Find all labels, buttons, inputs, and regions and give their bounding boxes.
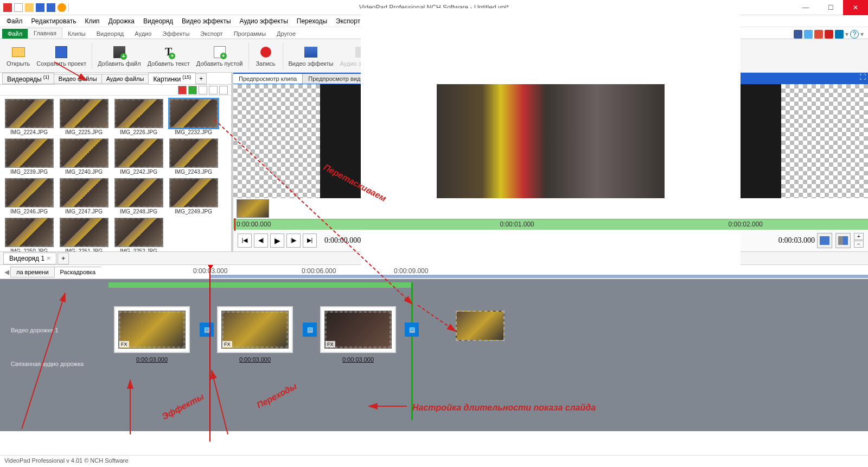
qat-new-icon[interactable] — [14, 3, 23, 12]
thumbnail-item[interactable]: IMG_2242.JPG — [113, 138, 164, 175]
menu-afx[interactable]: Аудио эффекты — [235, 16, 292, 26]
bin-tab-pictures[interactable]: Картинки (15) — [148, 73, 196, 85]
facebook-icon[interactable] — [794, 30, 802, 39]
thumbnail-grid[interactable]: IMG_2224.JPG IMG_2225.JPG IMG_2226.JPG I… — [0, 96, 231, 251]
qat-save2-icon[interactable] — [47, 3, 55, 12]
clip-duration[interactable]: 0:00:03.000 — [136, 356, 168, 363]
undo-button[interactable]: ↶Отменить — [456, 44, 490, 68]
menu-export[interactable]: Экспорт — [331, 16, 365, 26]
clip-timecode-bar[interactable]: 0:00:00.000 0:00:01.000 0:00:02.000 — [233, 219, 868, 229]
fx-badge[interactable]: FX — [326, 341, 335, 348]
preview-button[interactable]: Просмотр — [564, 44, 598, 68]
thumbnail-item[interactable]: IMG_2250.JPG — [3, 218, 55, 251]
transition-button[interactable]: ▤ — [405, 323, 419, 337]
bin-tab-sequences[interactable]: Видеоряды (1) — [2, 73, 54, 85]
menu-edit[interactable]: Редактировать — [27, 16, 81, 26]
thumbnail-item[interactable]: IMG_2247.JPG — [58, 178, 110, 214]
thumbnail-item[interactable]: IMG_2248.JPG — [113, 178, 164, 214]
step-back-button[interactable]: ◀| — [254, 234, 268, 248]
qat-open-icon[interactable] — [25, 3, 34, 12]
export-video-button[interactable]: ↗Экспортировать видео — [598, 44, 667, 68]
qat-icon[interactable] — [3, 3, 12, 12]
thumbnail-item[interactable]: IMG_2239.JPG — [3, 138, 55, 175]
goto-start-button[interactable]: |◀ — [238, 234, 252, 248]
split-clip-button[interactable] — [835, 233, 851, 248]
subtitles-button[interactable]: SUBСубтитры — [531, 44, 564, 68]
thumbnail-item[interactable]: IMG_2224.JPG — [3, 99, 55, 135]
preview-tab-sequence[interactable]: Предпросмотр видеоряда — [303, 74, 386, 84]
transition-button[interactable]: ▤ — [303, 323, 317, 337]
transitions-button[interactable]: Переходы — [387, 44, 422, 68]
timeline-clip[interactable]: FX 0:00:03.000 — [114, 306, 190, 353]
sequence-tab[interactable]: Видеоряд 1× — [3, 253, 56, 264]
timeline-clip[interactable]: FX 0:00:03.000 — [217, 306, 293, 353]
ribbon-tab-audio[interactable]: Аудио — [129, 29, 157, 39]
thumbnail-item[interactable]: IMG_2240.JPG — [58, 138, 110, 175]
close-icon[interactable]: × — [47, 255, 50, 262]
bin-tool-2-icon[interactable] — [188, 86, 197, 94]
thumbnail-item[interactable]: IMG_2252.JPG — [113, 218, 164, 251]
preview-popout-icon[interactable]: ⛶ — [857, 73, 868, 84]
play-button[interactable]: ▶ — [270, 234, 284, 248]
clip-duration[interactable]: 0:00:03.000 — [239, 356, 271, 363]
timeline-ruler[interactable]: 0:00:03.000 0:00:06.000 0:00:09.000 — [101, 265, 868, 279]
linkedin-icon[interactable] — [835, 30, 844, 39]
open-button[interactable]: Открыть — [3, 44, 33, 68]
playhead[interactable] — [209, 265, 210, 441]
fx-badge[interactable]: FX — [119, 341, 129, 348]
bin-tab-video[interactable]: Видео файлы — [54, 74, 102, 84]
thumbnail-item[interactable]: IMG_2226.JPG — [113, 99, 164, 135]
menu-file[interactable]: Файл — [2, 16, 27, 26]
clip-strip[interactable] — [233, 198, 868, 219]
goto-end-button[interactable]: ▶| — [303, 234, 317, 248]
save-project-button[interactable]: Сохранить проект — [33, 44, 90, 68]
timeline-edge[interactable] — [411, 282, 413, 420]
video-effects-button[interactable]: Видео эффекты — [285, 44, 337, 68]
zoom-out-button[interactable]: − — [854, 241, 864, 248]
settings-button[interactable]: ✕Настройки — [672, 44, 708, 68]
thumbnail-item[interactable]: IMG_2243.JPG — [168, 138, 219, 175]
timeline-tab-storyboard[interactable]: Раскадровка — [54, 267, 101, 277]
menu-track[interactable]: Дорожка — [104, 16, 139, 26]
zoom-in-button[interactable]: + — [854, 233, 864, 240]
step-fwd-button[interactable]: |▶ — [286, 234, 301, 248]
twitter-icon[interactable] — [804, 30, 813, 39]
menu-transitions[interactable]: Переходы — [292, 16, 331, 26]
ribbon-tab-export[interactable]: Экспорт — [195, 29, 228, 39]
add-blank-button[interactable]: +Добавить пустой — [193, 44, 246, 68]
timeline[interactable]: Видео дорожка 1 Связанная аудио дорожка … — [0, 279, 868, 431]
add-text-button[interactable]: T+Добавить текст — [144, 44, 193, 68]
google-icon[interactable] — [814, 30, 823, 39]
transition-button[interactable]: ▤ — [200, 323, 214, 337]
timeline-tab-time[interactable]: ла времени — [10, 267, 55, 277]
ribbon-tab-sequence[interactable]: Видеоряд — [91, 29, 130, 39]
timeline-clip[interactable]: FX 0:00:03.000 — [320, 306, 396, 353]
bin-tool-3-icon[interactable] — [199, 86, 207, 94]
clip-duration[interactable]: 0:00:03.000 — [342, 356, 374, 363]
minimize-button[interactable]: — — [793, 0, 818, 15]
ribbon-tab-other[interactable]: Другое — [271, 29, 301, 39]
delete-button[interactable]: ✕Удалить — [427, 44, 456, 68]
menu-view[interactable]: Просмотр — [414, 16, 452, 26]
ribbon-tab-clips[interactable]: Клипы — [62, 29, 91, 39]
help-icon[interactable]: ? — [850, 30, 859, 39]
playhead-marker[interactable] — [234, 218, 235, 230]
dragging-clip[interactable] — [456, 311, 505, 341]
chevron-down-icon[interactable]: ▾ — [860, 30, 864, 38]
qat-undo-icon[interactable] — [58, 3, 66, 12]
bin-tab-add[interactable]: + — [195, 73, 207, 84]
thumbnail-item[interactable]: IMG_2249.JPG — [168, 178, 219, 214]
menu-help[interactable]: Помощь — [452, 16, 486, 26]
close-button[interactable]: ✕ — [843, 0, 868, 15]
thumbnail-item-selected[interactable]: IMG_2232.JPG — [168, 99, 219, 135]
bin-tool-1-icon[interactable] — [178, 86, 187, 94]
fx-badge[interactable]: FX — [222, 341, 232, 348]
youtube-icon[interactable] — [825, 30, 833, 39]
ribbon-tab-home[interactable]: Главная — [28, 28, 62, 39]
menu-tools[interactable]: Инструменты — [365, 16, 414, 26]
menu-clip[interactable]: Клип — [80, 16, 104, 26]
qat-save-icon[interactable] — [36, 3, 44, 12]
thumbnail-item[interactable]: IMG_2251.JPG — [58, 218, 110, 251]
menu-vfx[interactable]: Видео эффекты — [177, 16, 235, 26]
bin-tab-audio[interactable]: Аудио файлы — [101, 74, 149, 84]
